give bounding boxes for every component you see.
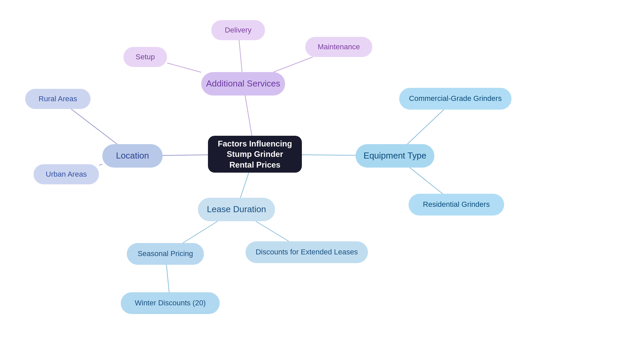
- urban-areas-node: Urban Areas: [34, 164, 99, 184]
- commercial-grinders-node: Commercial-Grade Grinders: [399, 88, 512, 110]
- svg-line-5: [274, 57, 313, 72]
- center-node: Factors Influencing Stump Grinder Rental…: [208, 136, 302, 173]
- location-node: Location: [102, 144, 163, 168]
- svg-line-9: [183, 221, 218, 243]
- svg-line-7: [71, 109, 117, 144]
- seasonal-pricing-node: Seasonal Pricing: [127, 243, 204, 265]
- svg-line-1: [163, 155, 208, 156]
- setup-node: Setup: [123, 47, 167, 67]
- svg-line-0: [245, 96, 252, 136]
- mind-map-container: Factors Influencing Stump Grinder Rental…: [0, 0, 644, 363]
- svg-line-8: [99, 164, 102, 165]
- svg-line-2: [240, 173, 249, 198]
- rural-areas-node: Rural Areas: [25, 89, 91, 109]
- svg-line-13: [410, 168, 443, 194]
- svg-line-3: [302, 155, 356, 156]
- residential-grinders-node: Residential Grinders: [409, 194, 504, 216]
- equipment-type-node: Equipment Type: [356, 144, 434, 168]
- maintenance-node: Maintenance: [305, 37, 372, 57]
- delivery-node: Delivery: [211, 20, 265, 40]
- svg-line-12: [407, 110, 444, 144]
- svg-line-6: [167, 63, 201, 72]
- additional-services-node: Additional Services: [201, 72, 285, 96]
- winter-discounts-node: Winter Discounts (20): [121, 292, 220, 314]
- discounts-node: Discounts for Extended Leases: [246, 241, 368, 263]
- svg-line-10: [256, 221, 289, 241]
- svg-line-4: [239, 40, 242, 72]
- svg-line-11: [166, 265, 169, 292]
- lease-duration-node: Lease Duration: [198, 198, 275, 221]
